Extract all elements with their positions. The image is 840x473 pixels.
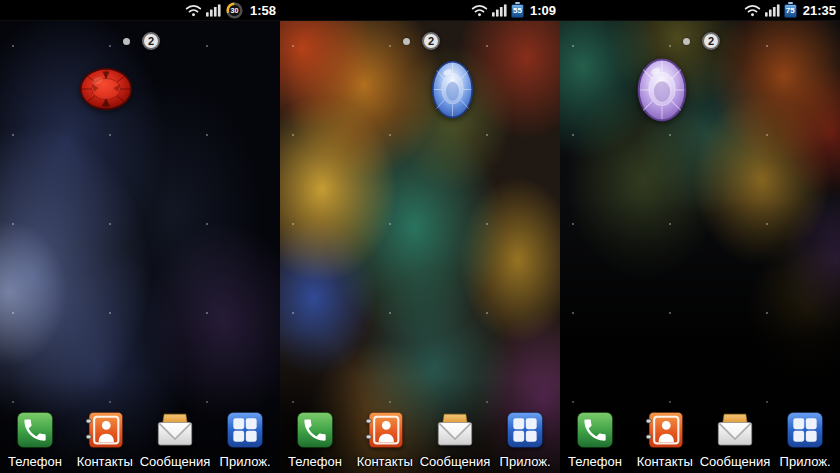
clock: 1:58 <box>250 3 276 18</box>
dock-item-phone[interactable]: Телефон <box>0 410 70 469</box>
dock-label: Сообщения <box>700 454 771 469</box>
dock-item-messages[interactable]: Сообщения <box>140 410 211 469</box>
dock-item-contacts[interactable]: Контакты <box>70 410 140 469</box>
status-bar: 75 21:35 <box>560 0 840 21</box>
purple-gem[interactable] <box>636 57 688 123</box>
signal-bars-icon <box>765 4 780 17</box>
red-gem[interactable] <box>78 66 134 112</box>
signal-bars-icon <box>492 4 507 17</box>
battery-percent: 30 <box>231 6 239 14</box>
dock-item-contacts[interactable]: Контакты <box>630 410 700 469</box>
contacts-icon <box>365 410 405 450</box>
page-dot[interactable] <box>683 38 690 45</box>
battery-icon: 75 <box>784 4 797 18</box>
apps-icon <box>785 410 825 450</box>
wifi-icon <box>185 4 202 17</box>
dock-label: Телефон <box>568 454 622 469</box>
page-count-badge[interactable]: 2 <box>422 32 440 50</box>
dock-label: Сообщения <box>420 454 491 469</box>
dock: Телефон Контакты Сообщения Прилож. <box>0 410 280 469</box>
page-count-badge[interactable]: 2 <box>702 32 720 50</box>
dock-label: Сообщения <box>140 454 211 469</box>
clock: 1:09 <box>530 3 556 18</box>
status-bar: 30 1:58 <box>0 0 280 21</box>
dock-item-apps[interactable]: Прилож. <box>770 410 840 469</box>
dock-item-messages[interactable]: Сообщения <box>420 410 491 469</box>
battery-icon: 55 <box>511 4 524 18</box>
phone-icon <box>575 410 615 450</box>
signal-bars-icon <box>206 4 221 17</box>
phone-screen-2: 55 1:09 2 Телефон Контакты Сообщения <box>280 0 560 473</box>
page-dot[interactable] <box>123 38 130 45</box>
dock-label: Телефон <box>288 454 342 469</box>
phone-screen-1: 30 1:58 2 Телефон Контакты Сообщения <box>0 0 280 473</box>
wifi-icon <box>471 4 488 17</box>
messages-icon <box>155 410 195 450</box>
battery-cap <box>515 2 520 4</box>
dock-label: Прилож. <box>220 454 271 469</box>
dock-item-apps[interactable]: Прилож. <box>490 410 560 469</box>
battery-percent: 55 <box>513 7 522 15</box>
dock-label: Контакты <box>357 454 413 469</box>
battery-percent: 75 <box>786 7 795 15</box>
phone-screen-3: 75 21:35 2 Телефон Контакты Сообщения <box>560 0 840 473</box>
messages-icon <box>435 410 475 450</box>
blue-gem[interactable] <box>431 56 474 123</box>
triple-phone-screenshot: 30 1:58 2 Телефон Контакты Сообщения <box>0 0 840 473</box>
battery-circle-icon: 30 <box>225 1 244 20</box>
page-count-badge[interactable]: 2 <box>142 32 160 50</box>
battery-cap <box>788 2 793 4</box>
page-dot[interactable] <box>403 38 410 45</box>
dock-item-contacts[interactable]: Контакты <box>350 410 420 469</box>
apps-icon <box>225 410 265 450</box>
contacts-icon <box>645 410 685 450</box>
dock: Телефон Контакты Сообщения Прилож. <box>280 410 560 469</box>
dock-label: Телефон <box>8 454 62 469</box>
dock-item-apps[interactable]: Прилож. <box>210 410 280 469</box>
dock-label: Контакты <box>637 454 693 469</box>
dock-item-messages[interactable]: Сообщения <box>700 410 771 469</box>
contacts-icon <box>85 410 125 450</box>
messages-icon <box>715 410 755 450</box>
apps-icon <box>505 410 545 450</box>
phone-icon <box>15 410 55 450</box>
dock: Телефон Контакты Сообщения Прилож. <box>560 410 840 469</box>
dock-label: Прилож. <box>780 454 831 469</box>
dock-label: Прилож. <box>500 454 551 469</box>
wifi-icon <box>744 4 761 17</box>
status-bar: 55 1:09 <box>280 0 560 21</box>
dock-item-phone[interactable]: Телефон <box>560 410 630 469</box>
dock-item-phone[interactable]: Телефон <box>280 410 350 469</box>
phone-icon <box>295 410 335 450</box>
clock: 21:35 <box>803 3 836 18</box>
dock-label: Контакты <box>77 454 133 469</box>
